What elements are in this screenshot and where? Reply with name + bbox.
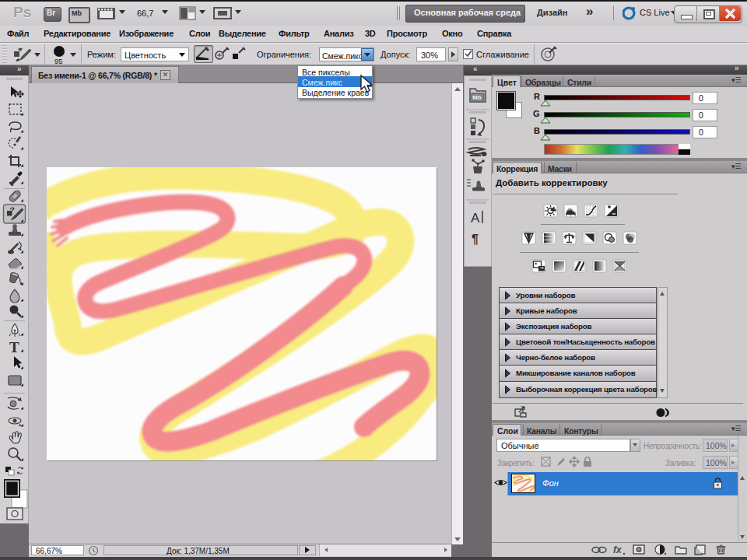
svg-text:A: A <box>471 211 480 226</box>
svg-text:fx: fx <box>613 544 622 555</box>
svg-text:Mb: Mb <box>472 94 482 101</box>
svg-text:¶: ¶ <box>472 233 479 246</box>
svg-text:T: T <box>9 339 19 355</box>
